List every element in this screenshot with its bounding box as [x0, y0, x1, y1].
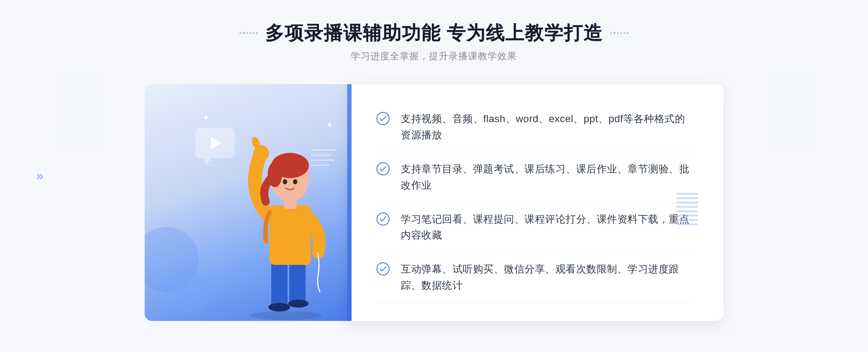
svg-point-0: [250, 311, 322, 320]
svg-rect-1: [271, 259, 288, 306]
svg-point-16: [377, 213, 389, 225]
feature-text-3: 学习笔记回看、课程提问、课程评论打分、课件资料下载，重点内容收藏: [401, 211, 694, 244]
blue-strip: [347, 84, 352, 321]
header-decorators: 多项录播课辅助功能 专为线上教学打造: [239, 22, 629, 44]
person-illustration: [217, 119, 347, 321]
svg-point-17: [377, 263, 389, 275]
feature-item-3: 学习笔记回看、课程提问、课程评论打分、课件资料下载，重点内容收藏: [376, 203, 694, 253]
svg-rect-2: [289, 259, 306, 303]
page-title: 多项录播课辅助功能 专为线上教学打造: [265, 22, 603, 44]
page-subtitle: 学习进度全掌握，提升录播课教学效果: [239, 50, 629, 63]
illustration-panel: ✦ ✦: [145, 84, 347, 321]
svg-point-3: [268, 303, 290, 312]
header-section: 多项录播课辅助功能 专为线上教学打造 学习进度全掌握，提升录播课教学效果: [239, 22, 629, 63]
bg-dots-left: [58, 72, 101, 145]
check-icon-3: [376, 212, 390, 226]
decorator-right: [610, 32, 629, 34]
illus-circle-2: [166, 270, 210, 314]
decorator-left: [239, 32, 258, 34]
check-icon-1: [376, 112, 390, 125]
feature-item-2: 支持章节目录、弹题考试、课后练习、课后作业、章节测验、批改作业: [376, 153, 694, 203]
sparkle-icon-1: ✦: [203, 113, 209, 123]
feature-text-1: 支持视频、音频、flash、word、excel、ppt、pdf等各种格式的资源…: [401, 111, 694, 143]
content-area: ✦ ✦: [145, 84, 723, 321]
feature-text-4: 互动弹幕、试听购买、微信分享、观看次数限制、学习进度跟踪、数据统计: [401, 261, 694, 294]
page-container: » 多项录播课辅助功能 专为线上教学打造 学习进度全掌握，提升录播课教学效果 ✦: [0, 0, 868, 352]
feature-item-1: 支持视频、音频、flash、word、excel、ppt、pdf等各种格式的资源…: [376, 102, 694, 153]
bg-dots-right: [767, 72, 810, 145]
svg-point-12: [283, 179, 287, 184]
check-icon-4: [376, 262, 390, 276]
stripe-decoration: [676, 193, 698, 225]
features-panel: 支持视频、音频、flash、word、excel、ppt、pdf等各种格式的资源…: [347, 84, 723, 321]
left-nav-arrows[interactable]: »: [36, 169, 43, 183]
check-icon-2: [376, 162, 390, 176]
svg-point-13: [293, 179, 297, 184]
svg-point-14: [377, 112, 389, 125]
svg-point-15: [377, 163, 389, 175]
chevron-left-icon: »: [36, 169, 43, 183]
feature-item-4: 互动弹幕、试听购买、微信分享、观看次数限制、学习进度跟踪、数据统计: [376, 253, 694, 303]
feature-text-2: 支持章节目录、弹题考试、课后练习、课后作业、章节测验、批改作业: [401, 161, 694, 194]
svg-point-4: [288, 300, 309, 308]
